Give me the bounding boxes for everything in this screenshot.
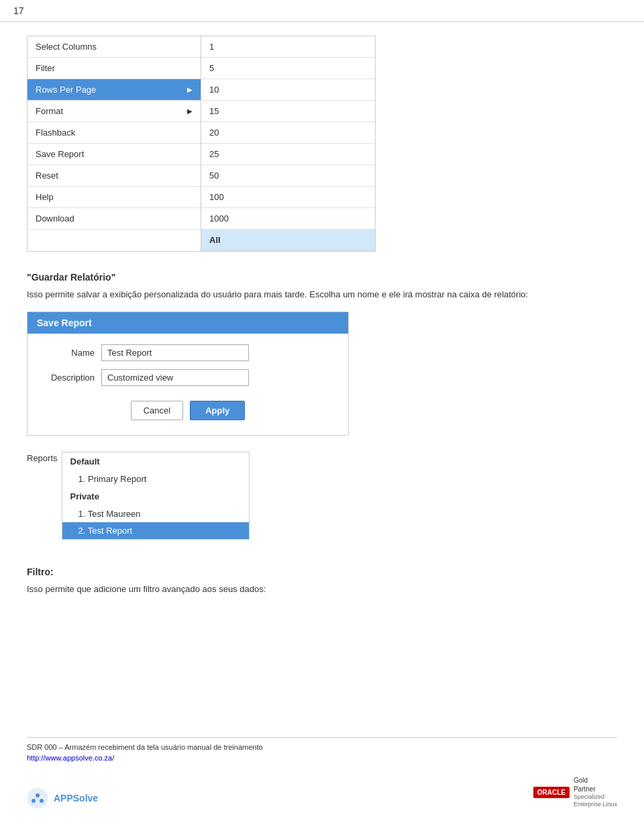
menu-item-download[interactable]: Download: [28, 208, 201, 230]
page-number: 17: [0, 0, 644, 22]
menu-item-format[interactable]: Format ▶: [28, 101, 201, 122]
submenu-item-50[interactable]: 50: [201, 165, 375, 187]
name-label: Name: [41, 348, 101, 358]
footer-text: SDR 000 – Armazém recebiment da tela usu…: [27, 743, 617, 751]
menu-left-panel: Select Columns Filter Rows Per Page ▶ Fo…: [28, 36, 201, 251]
appsolve-logo: APPSolve: [27, 787, 98, 809]
appsolve-icon: [27, 787, 48, 809]
oracle-label: ORACLE: [533, 787, 570, 798]
menu-item-select-columns[interactable]: Select Columns: [28, 36, 201, 58]
report-item-primary[interactable]: 1. Primary Report: [62, 471, 249, 487]
dialog-reports-area: Save Report Name Description Cancel Appl…: [27, 311, 617, 553]
name-input[interactable]: [101, 344, 249, 361]
menu-screenshot: Select Columns Filter Rows Per Page ▶ Fo…: [27, 36, 376, 252]
dialog-body: Name Description Cancel Apply: [28, 334, 348, 435]
submenu-item-10[interactable]: 10: [201, 79, 375, 101]
report-item-test-report[interactable]: 2. Test Report: [62, 522, 249, 539]
menu-item-rows-per-page[interactable]: Rows Per Page ▶: [28, 79, 201, 101]
reports-dropdown: Default 1. Primary Report Private 1. Tes…: [62, 452, 250, 540]
description-row: Description: [41, 369, 335, 386]
reports-label: Reports: [27, 452, 58, 463]
oracle-partner-text: Gold Partner Specialized Enterprise Linu…: [574, 776, 617, 809]
svg-point-0: [28, 788, 48, 808]
section-description: Isso permite salvar a exibição personali…: [27, 288, 617, 301]
footer-link[interactable]: http://www.appsolve.co.za/: [27, 754, 114, 762]
filtro-title: Filtro:: [27, 567, 617, 577]
submenu-item-20[interactable]: 20: [201, 122, 375, 144]
svg-point-3: [40, 799, 44, 803]
menu-right-panel: 1 5 10 15 20 25 50 100 1000 All: [201, 36, 375, 251]
footer: SDR 000 – Armazém recebiment da tela usu…: [27, 737, 617, 809]
menu-item-save-report[interactable]: Save Report: [28, 144, 201, 165]
svg-point-2: [36, 793, 40, 797]
filtro-section: Filtro: Isso permite que adicione um fil…: [27, 567, 617, 596]
dialog-header: Save Report: [28, 312, 348, 334]
arrow-icon: ▶: [187, 86, 193, 93]
submenu-item-5[interactable]: 5: [201, 58, 375, 79]
menu-item-flashback[interactable]: Flashback: [28, 122, 201, 144]
footer-bottom: APPSolve ORACLE Gold Partner Specialized…: [27, 776, 617, 809]
submenu-item-15[interactable]: 15: [201, 101, 375, 122]
oracle-badge: ORACLE Gold Partner Specialized Enterpri…: [533, 776, 617, 809]
menu-item-reset[interactable]: Reset: [28, 165, 201, 187]
arrow-icon: ▶: [187, 107, 193, 115]
private-group-label: Private: [62, 487, 249, 505]
description-label: Description: [41, 373, 101, 383]
submenu-item-1000[interactable]: 1000: [201, 208, 375, 230]
submenu-item-all[interactable]: All: [201, 230, 375, 251]
cancel-button[interactable]: Cancel: [131, 401, 183, 420]
section-title: "Guardar Relatório": [27, 272, 617, 283]
submenu-item-1[interactable]: 1: [201, 36, 375, 58]
appsolve-text: APPSolve: [54, 793, 98, 803]
filtro-description: Isso permite que adicione um filtro avan…: [27, 583, 617, 596]
description-input[interactable]: [101, 369, 249, 386]
submenu-item-100[interactable]: 100: [201, 187, 375, 208]
save-report-dialog: Save Report Name Description Cancel Appl…: [27, 311, 349, 436]
default-group-label: Default: [62, 452, 249, 471]
apply-button[interactable]: Apply: [190, 401, 245, 420]
svg-point-1: [32, 799, 36, 803]
dialog-buttons: Cancel Apply: [41, 394, 335, 424]
submenu-item-25[interactable]: 25: [201, 144, 375, 165]
menu-item-help[interactable]: Help: [28, 187, 201, 208]
name-row: Name: [41, 344, 335, 361]
menu-item-filter[interactable]: Filter: [28, 58, 201, 79]
report-item-test-maureen[interactable]: 1. Test Maureen: [62, 505, 249, 522]
